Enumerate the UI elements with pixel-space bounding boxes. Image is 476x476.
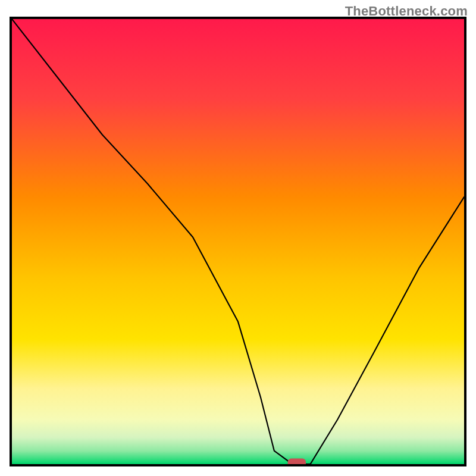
plot-area bbox=[10, 17, 466, 466]
watermark-label: TheBottleneck.com bbox=[345, 4, 468, 19]
gradient-background bbox=[12, 19, 464, 464]
chart-frame: TheBottleneck.com bbox=[0, 0, 476, 476]
plot-svg bbox=[12, 19, 464, 464]
optimal-marker bbox=[288, 459, 306, 465]
